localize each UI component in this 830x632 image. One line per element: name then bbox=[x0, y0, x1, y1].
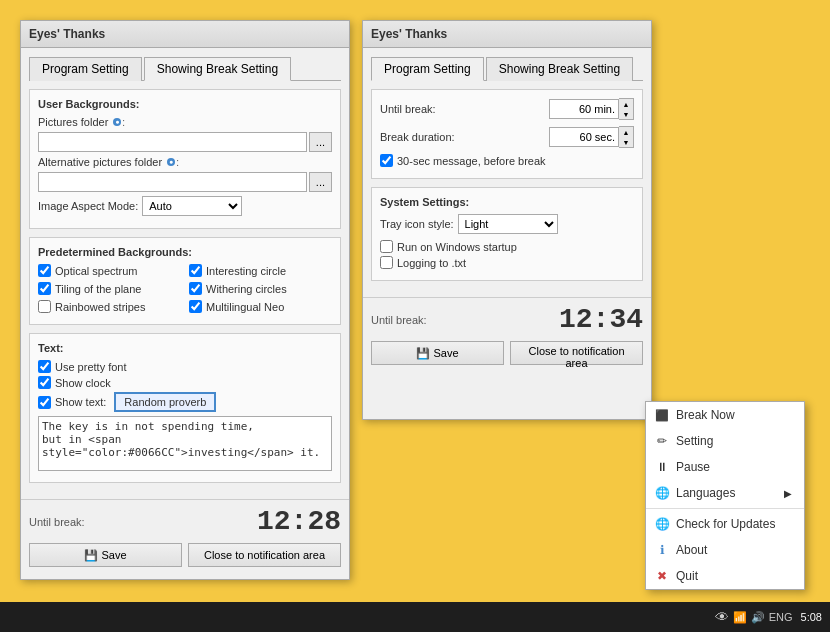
pause-label: Pause bbox=[676, 460, 710, 474]
text-textarea[interactable]: The key is in not spending time, but in … bbox=[38, 416, 332, 471]
check-updates-icon: 🌐 bbox=[654, 516, 670, 532]
multilingual-neo-checkbox[interactable] bbox=[189, 300, 202, 313]
check-updates-label: Check for Updates bbox=[676, 517, 775, 531]
show-clock-checkbox[interactable] bbox=[38, 376, 51, 389]
pictures-folder-input[interactable] bbox=[38, 132, 307, 152]
show-text-row: Show text: Random proverb bbox=[38, 392, 332, 412]
optical-spectrum-label: Optical spectrum bbox=[55, 265, 138, 277]
taskbar-icons: 👁 📶 🔊 ENG 5:08 bbox=[715, 609, 822, 625]
thirty-sec-row: 30-sec message, before break bbox=[380, 154, 634, 167]
random-proverb-button[interactable]: Random proverb bbox=[114, 392, 216, 412]
interesting-circle-label: Interesting circle bbox=[206, 265, 286, 277]
predetermined-backgrounds-title: Predetermined Backgrounds: bbox=[38, 246, 332, 258]
window1-titlebar: Eyes' Thanks bbox=[21, 21, 349, 48]
setting-label: Setting bbox=[676, 434, 713, 448]
tray-icon-select[interactable]: Light Dark bbox=[458, 214, 558, 234]
close-notification-button-2[interactable]: Close to notification area bbox=[510, 341, 643, 365]
window2-bottom: Until break: 12:34 💾 Save Close to notif… bbox=[363, 297, 651, 371]
context-menu-about[interactable]: ℹ About bbox=[646, 537, 804, 563]
interesting-circle-checkbox[interactable] bbox=[189, 264, 202, 277]
window2-titlebar: Eyes' Thanks bbox=[363, 21, 651, 48]
context-menu-pause[interactable]: ⏸ Pause bbox=[646, 454, 804, 480]
until-break-spinbox-inner: ▲ ▼ bbox=[549, 98, 634, 120]
until-break-time-2: 12:34 bbox=[559, 304, 643, 335]
window2-content: Program Setting Showing Break Setting Un… bbox=[363, 48, 651, 297]
thirty-sec-label: 30-sec message, before break bbox=[397, 155, 546, 167]
until-break-up[interactable]: ▲ bbox=[619, 99, 633, 109]
until-break-input[interactable] bbox=[549, 99, 619, 119]
alt-pictures-folder-input[interactable] bbox=[38, 172, 307, 192]
languages-label: Languages bbox=[676, 486, 735, 500]
user-backgrounds-section: User Backgrounds: Pictures folder ● : ..… bbox=[29, 89, 341, 229]
break-now-icon: ⬛ bbox=[654, 407, 670, 423]
until-break-row-2: Until break: 12:34 bbox=[371, 304, 643, 335]
window2-tabs: Program Setting Showing Break Setting bbox=[371, 56, 643, 81]
tray-icon-row: Tray icon style: Light Dark bbox=[380, 214, 634, 234]
about-label: About bbox=[676, 543, 707, 557]
context-menu-languages[interactable]: 🌐 Languages ▶ bbox=[646, 480, 804, 506]
withering-circles-row: Withering circles bbox=[189, 282, 332, 295]
alt-pictures-folder-label: Alternative pictures folder bbox=[38, 156, 162, 168]
context-menu-break-now[interactable]: ⬛ Break Now bbox=[646, 402, 804, 428]
break-duration-spinbox: ▲ ▼ bbox=[549, 126, 634, 148]
context-menu-quit[interactable]: ✖ Quit bbox=[646, 563, 804, 589]
until-break-row-1: Until break: 12:28 bbox=[29, 506, 341, 537]
logging-txt-checkbox[interactable] bbox=[380, 256, 393, 269]
break-duration-input[interactable] bbox=[549, 127, 619, 147]
run-on-startup-checkbox[interactable] bbox=[380, 240, 393, 253]
optical-spectrum-checkbox[interactable] bbox=[38, 264, 51, 277]
show-clock-row: Show clock bbox=[38, 376, 332, 389]
break-duration-down[interactable]: ▼ bbox=[619, 137, 633, 147]
logging-txt-row: Logging to .txt bbox=[380, 256, 634, 269]
eyes-thanks-tray-icon[interactable]: 👁 bbox=[715, 609, 729, 625]
withering-circles-checkbox[interactable] bbox=[189, 282, 202, 295]
tab-showing-break-2[interactable]: Showing Break Setting bbox=[486, 57, 633, 81]
save-button-1[interactable]: 💾 Save bbox=[29, 543, 182, 567]
rainbowed-stripes-row: Rainbowed stripes bbox=[38, 300, 181, 313]
break-now-label: Break Now bbox=[676, 408, 735, 422]
rainbowed-stripes-checkbox[interactable] bbox=[38, 300, 51, 313]
until-break-spinbox: ▲ ▼ bbox=[549, 98, 634, 120]
setting-icon: ✏ bbox=[654, 433, 670, 449]
tab-program-setting-2[interactable]: Program Setting bbox=[371, 57, 484, 81]
tab-program-setting-1[interactable]: Program Setting bbox=[29, 57, 142, 81]
save-button-2[interactable]: 💾 Save bbox=[371, 341, 504, 365]
pictures-folder-browse[interactable]: ... bbox=[309, 132, 332, 152]
backgrounds-grid: Optical spectrum Interesting circle Tili… bbox=[38, 264, 332, 316]
tab-showing-break-1[interactable]: Showing Break Setting bbox=[144, 57, 291, 81]
alt-pictures-folder-browse[interactable]: ... bbox=[309, 172, 332, 192]
tray-icon-label: Tray icon style: bbox=[380, 218, 454, 230]
image-aspect-select[interactable]: Auto Stretch Fit Fill bbox=[142, 196, 242, 216]
show-text-checkbox[interactable] bbox=[38, 396, 51, 409]
thirty-sec-checkbox[interactable] bbox=[380, 154, 393, 167]
window1-bottom: Until break: 12:28 💾 Save Close to notif… bbox=[21, 499, 349, 573]
show-text-label: Show text: bbox=[55, 396, 106, 408]
quit-label: Quit bbox=[676, 569, 698, 583]
use-pretty-font-checkbox[interactable] bbox=[38, 360, 51, 373]
tiling-row: Tiling of the plane bbox=[38, 282, 181, 295]
system-settings-section: System Settings: Tray icon style: Light … bbox=[371, 187, 643, 281]
pictures-folder-input-row: ... bbox=[38, 132, 332, 152]
context-menu-check-updates[interactable]: 🌐 Check for Updates bbox=[646, 511, 804, 537]
taskbar: 👁 📶 🔊 ENG 5:08 bbox=[0, 602, 830, 632]
context-menu: ⬛ Break Now ✏ Setting ⏸ Pause 🌐 Language… bbox=[645, 401, 805, 590]
context-menu-setting[interactable]: ✏ Setting bbox=[646, 428, 804, 454]
window1-tabs: Program Setting Showing Break Setting bbox=[29, 56, 341, 81]
until-break-down[interactable]: ▼ bbox=[619, 109, 633, 119]
window1-content: Program Setting Showing Break Setting Us… bbox=[21, 48, 349, 499]
window1: Eyes' Thanks Program Setting Showing Bre… bbox=[20, 20, 350, 580]
timing-section: Until break: ▲ ▼ Break duration: bbox=[371, 89, 643, 179]
button-row-2: 💾 Save Close to notification area bbox=[371, 341, 643, 365]
rainbowed-stripes-label: Rainbowed stripes bbox=[55, 301, 146, 313]
break-duration-label: Break duration: bbox=[380, 131, 455, 143]
volume-icon: 🔊 bbox=[751, 611, 765, 624]
close-notification-button-1[interactable]: Close to notification area bbox=[188, 543, 341, 567]
window2: Eyes' Thanks Program Setting Showing Bre… bbox=[362, 20, 652, 420]
text-section: Text: Use pretty font Show clock Show te… bbox=[29, 333, 341, 483]
alt-pictures-folder-input-row: ... bbox=[38, 172, 332, 192]
multilingual-neo-label: Multilingual Neo bbox=[206, 301, 284, 313]
break-duration-up[interactable]: ▲ bbox=[619, 127, 633, 137]
until-break-label-2: Until break: bbox=[371, 314, 427, 326]
tiling-checkbox[interactable] bbox=[38, 282, 51, 295]
about-icon: ℹ bbox=[654, 542, 670, 558]
